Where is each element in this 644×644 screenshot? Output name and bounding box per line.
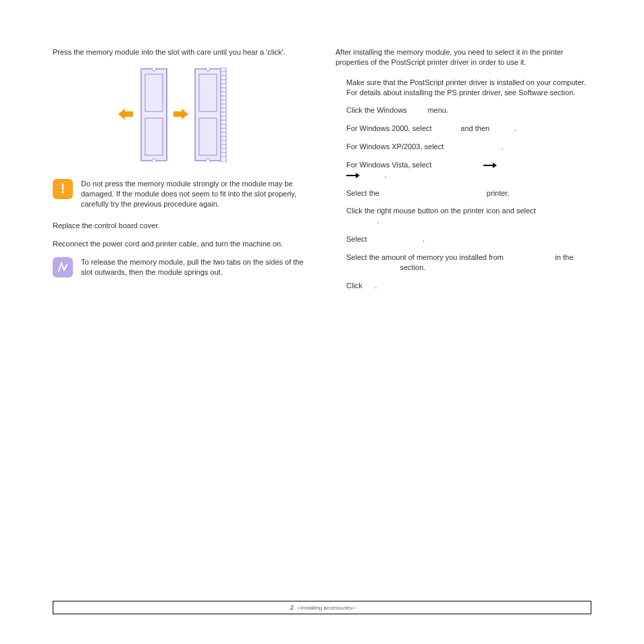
svg-point-32 bbox=[206, 68, 210, 71]
text: section. bbox=[398, 263, 425, 271]
step-driver-install: Make sure that the PostScript printer dr… bbox=[346, 78, 591, 98]
text: . bbox=[377, 217, 379, 225]
step-right-click: Click the right mouse button on the prin… bbox=[346, 206, 591, 226]
note-icon bbox=[53, 257, 73, 277]
module-insert-left bbox=[137, 68, 171, 162]
step-select-printer: Select the printer. bbox=[346, 188, 591, 198]
step-select-tab: Select . bbox=[346, 234, 591, 244]
page-number: .2 bbox=[289, 604, 294, 611]
step-select-memory: Select the amount of memory you installe… bbox=[346, 252, 591, 273]
text: . bbox=[512, 124, 516, 132]
warning-icon: ! bbox=[53, 179, 73, 199]
chapter-label: <Installing accessories> bbox=[298, 605, 355, 611]
arrow-icon bbox=[346, 173, 360, 178]
text: For Windows XP/2003, select bbox=[346, 142, 446, 151]
arrow-left-icon bbox=[118, 108, 134, 120]
arrow-right-icon bbox=[172, 108, 188, 120]
svg-point-5 bbox=[152, 159, 156, 162]
text: . bbox=[373, 281, 377, 290]
tip-note: To release the memory module, pull the t… bbox=[53, 257, 308, 277]
memory-module-illustration bbox=[53, 68, 308, 162]
text: printer. bbox=[485, 189, 510, 197]
text: For Windows Vista, select bbox=[346, 161, 433, 169]
warning-text: Do not press the memory module strongly … bbox=[81, 179, 308, 209]
text: Click the right mouse button on the prin… bbox=[346, 207, 536, 215]
memory-module-slot-icon bbox=[191, 68, 229, 162]
tip-text: To release the memory module, pull the t… bbox=[81, 257, 308, 277]
warning-note: ! Do not press the memory module strongl… bbox=[53, 179, 308, 209]
step-winvista: For Windows Vista, select . bbox=[346, 160, 591, 180]
step-win2000: For Windows 2000, select and then . bbox=[346, 124, 591, 134]
step-reconnect: Reconnect the power cord and printer cab… bbox=[53, 239, 308, 249]
text: Select the amount of memory you installe… bbox=[346, 253, 506, 261]
text: Click the Windows bbox=[346, 106, 409, 114]
step-winxp2003: For Windows XP/2003, select . bbox=[346, 142, 591, 152]
text: Select the bbox=[346, 189, 381, 197]
step-replace-cover: Replace the control board cover. bbox=[53, 221, 308, 231]
text: Click bbox=[346, 281, 365, 290]
page-footer: .2 <Installing accessories> bbox=[53, 601, 591, 614]
step-press: Press the memory module into the slot wi… bbox=[53, 47, 308, 57]
module-insert-right bbox=[191, 68, 225, 162]
memory-module-icon bbox=[137, 68, 171, 162]
svg-point-4 bbox=[152, 68, 156, 71]
step-click-ok: Click . bbox=[346, 281, 591, 291]
text: Select bbox=[346, 235, 369, 243]
text: . bbox=[383, 171, 387, 179]
step-click-windows: Click the Windows menu. bbox=[346, 105, 591, 115]
arrow-icon bbox=[483, 163, 497, 168]
intro-text: After installing the memory module, you … bbox=[336, 47, 591, 68]
text: and then bbox=[458, 124, 491, 132]
svg-rect-9 bbox=[221, 68, 226, 162]
text: For Windows 2000, select bbox=[346, 124, 434, 132]
text: in the bbox=[553, 253, 573, 261]
text: . bbox=[500, 142, 504, 151]
text: menu. bbox=[425, 106, 448, 114]
text: . bbox=[421, 235, 425, 243]
svg-point-33 bbox=[206, 159, 210, 162]
